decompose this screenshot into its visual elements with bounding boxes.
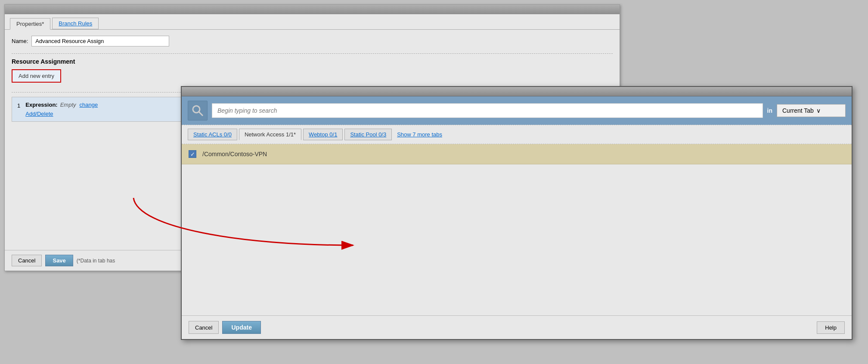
entry-number: 1	[17, 102, 20, 109]
add-delete-link[interactable]: Add/Delete	[25, 111, 53, 117]
scope-label: Current Tab	[782, 107, 814, 114]
tabs-row: Properties* Branch Rules	[5, 14, 620, 30]
tab-network-access[interactable]: Network Access 1/1*	[239, 129, 301, 140]
show-more-tabs-link[interactable]: Show 7 more tabs	[394, 129, 446, 140]
dialog-bottom-bar: Cancel Update Help	[182, 315, 852, 339]
dialog-cancel-button[interactable]: Cancel	[189, 321, 219, 334]
name-row: Name:	[12, 36, 613, 46]
titlebar	[5, 5, 620, 14]
dialog-help-button[interactable]: Help	[817, 321, 845, 334]
tab-webtop[interactable]: Webtop 0/1	[303, 129, 343, 140]
bg-cancel-button[interactable]: Cancel	[12, 255, 42, 266]
chevron-down-icon: ∨	[816, 107, 821, 114]
name-input[interactable]	[31, 36, 169, 46]
section-title: Resource Assignment	[12, 58, 613, 65]
tab-branch-rules[interactable]: Branch Rules	[52, 18, 99, 29]
checkbox-checked[interactable]: ✓	[189, 150, 196, 158]
dialog-update-button[interactable]: Update	[222, 321, 260, 334]
expression-label: Expression:	[25, 102, 57, 108]
search-icon-wrap	[188, 101, 208, 120]
note-text: (*Data in tab has	[77, 258, 115, 264]
bg-save-button[interactable]: Save	[45, 255, 73, 266]
bottom-left-actions: Cancel Update	[189, 321, 261, 334]
search-icon	[191, 104, 204, 117]
dialog-content: ✓ /Common/Contoso-VPN	[182, 144, 852, 164]
tab-properties[interactable]: Properties*	[10, 18, 50, 30]
search-bar: in Current Tab ∨	[182, 96, 852, 125]
list-item: ✓ /Common/Contoso-VPN	[182, 144, 852, 164]
expression-value: Empty	[60, 102, 76, 108]
svg-point-0	[193, 106, 200, 113]
search-input[interactable]	[212, 103, 763, 118]
name-label: Name:	[12, 38, 28, 44]
change-link[interactable]: change	[80, 102, 98, 108]
search-dialog: in Current Tab ∨ Static ACLs 0/0 Network…	[181, 86, 852, 340]
tab-static-acls[interactable]: Static ACLs 0/0	[188, 129, 237, 140]
add-new-entry-button[interactable]: Add new entry	[12, 69, 61, 83]
dialog-titlebar	[182, 87, 852, 96]
scope-dropdown[interactable]: Current Tab ∨	[777, 104, 846, 117]
tab-static-pool[interactable]: Static Pool 0/3	[344, 129, 392, 140]
dialog-tabs-nav: Static ACLs 0/0 Network Access 1/1* Webt…	[182, 125, 852, 144]
separator-1	[12, 53, 613, 54]
svg-line-1	[199, 112, 203, 116]
item-text: /Common/Contoso-VPN	[202, 151, 267, 157]
in-label: in	[767, 107, 772, 114]
